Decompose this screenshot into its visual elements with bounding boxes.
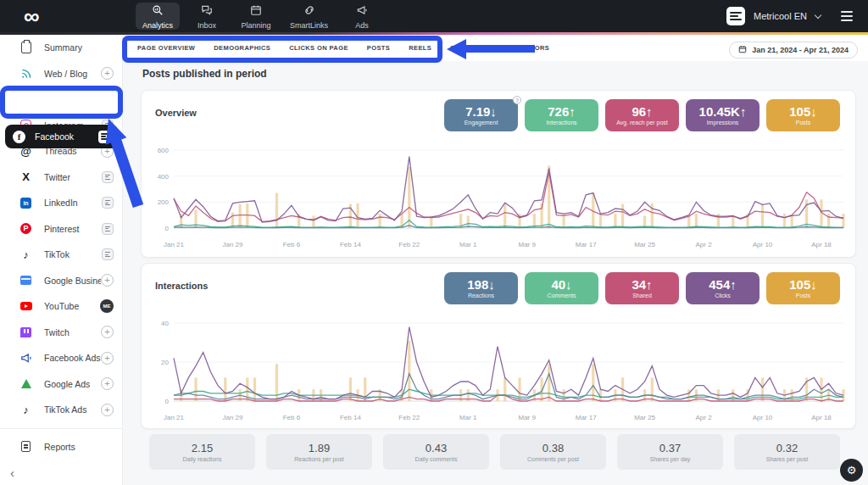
tab-demographics[interactable]: DEMOGRAPHICS xyxy=(214,44,270,52)
help-icon[interactable]: ? xyxy=(513,96,521,104)
chip-label: Comments xyxy=(548,293,576,298)
sidebar-item-tiktok-ads[interactable]: ♪ TikTok Ads + xyxy=(0,397,122,423)
tab-reels[interactable]: REELS xyxy=(409,44,431,52)
svg-text:40: 40 xyxy=(161,320,169,327)
nav-ads[interactable]: Ads xyxy=(340,0,384,32)
trend-up-icon: ↑ xyxy=(646,277,653,292)
sidebar-item-google-ads[interactable]: Google Ads + xyxy=(0,371,122,398)
nav-inbox-label: Inbox xyxy=(198,21,216,30)
reports-document-icon xyxy=(19,441,33,452)
stat-shares-per-post: 0.32 Shares per post xyxy=(734,434,840,470)
facebook-ads-megaphone-icon xyxy=(19,353,33,363)
chip-label: Posts xyxy=(796,120,811,125)
overview-card: Overview ? 7.19↓ Engagement 726↑ Interac… xyxy=(141,90,856,258)
tab-stories[interactable]: STORIES xyxy=(450,44,481,52)
sidebar-item-twitch[interactable]: Twitch + xyxy=(0,320,122,346)
sidebar-item-summary[interactable]: Summary xyxy=(0,35,122,61)
add-connection-icon[interactable]: + xyxy=(101,67,114,80)
stat-value: 2.15 xyxy=(192,442,213,454)
sidebar-item-pinterest[interactable]: P Pinterest xyxy=(0,216,122,242)
chip-label: Clicks xyxy=(715,293,731,298)
svg-text:Apr 2: Apr 2 xyxy=(696,241,713,248)
chip-shared[interactable]: 34↑ Shared xyxy=(605,272,679,304)
tab-clicks-on-page[interactable]: CLICKS ON PAGE xyxy=(289,44,348,52)
svg-text:600: 600 xyxy=(158,147,170,154)
sidebar-item-facebook[interactable]: f Facebook xyxy=(5,125,118,148)
sidebar-item-tiktok[interactable]: ♪ TikTok xyxy=(0,242,122,268)
brand-avatar[interactable] xyxy=(726,7,745,25)
chip-clicks[interactable]: 454↑ Clicks xyxy=(686,272,760,304)
trend-up-icon: ↑ xyxy=(730,277,737,292)
add-connection-icon[interactable]: + xyxy=(101,274,114,287)
add-connection-icon[interactable]: + xyxy=(101,352,114,365)
chip-interactions[interactable]: 726↑ Interactions xyxy=(525,99,598,131)
sidebar-collapse-icon[interactable]: ‹ xyxy=(10,465,14,480)
sidebar-label: LinkedIn xyxy=(44,198,102,208)
chevron-down-icon[interactable] xyxy=(815,11,821,18)
add-connection-icon[interactable]: + xyxy=(101,326,114,338)
chip-posts-2[interactable]: 105↓ Posts xyxy=(766,272,840,304)
settings-gear-button[interactable]: ⚙ xyxy=(840,459,863,482)
chip-label: Impressions xyxy=(707,120,739,125)
svg-text:Feb 22: Feb 22 xyxy=(398,414,420,421)
stat-comments-per-post: 0.38 Comments per post xyxy=(500,434,606,470)
chip-engagement[interactable]: ? 7.19↓ Engagement xyxy=(444,99,518,131)
chip-impressions[interactable]: 10.45K↑ Impressions xyxy=(686,99,760,131)
chip-value: 454↑ xyxy=(709,278,737,292)
brand-gradient-divider xyxy=(0,32,868,35)
twitch-icon xyxy=(19,327,33,337)
chip-avg-reach[interactable]: 96↑ Avg. reach per post xyxy=(605,99,679,131)
sidebar-item-google-business[interactable]: Google Business ... + xyxy=(0,268,122,294)
calendar-icon xyxy=(738,45,747,55)
stat-daily-reactions: 2.15 Daily reactions xyxy=(149,434,255,470)
connected-profile-badge xyxy=(102,248,114,260)
google-business-icon xyxy=(19,276,33,285)
connected-profile-badge xyxy=(102,223,114,235)
add-connection-icon[interactable]: + xyxy=(101,377,114,390)
date-range-picker[interactable]: Jan 21, 2024 - Apr 21, 2024 xyxy=(729,42,858,59)
sidebar-item-facebook-ads[interactable]: Facebook Ads + xyxy=(0,345,122,371)
smartlinks-link-icon xyxy=(303,4,315,20)
trend-down-icon: ↓ xyxy=(810,277,817,292)
nav-inbox[interactable]: Inbox xyxy=(185,0,229,32)
tab-page-overview[interactable]: PAGE OVERVIEW xyxy=(137,44,195,52)
add-connection-icon[interactable]: + xyxy=(101,404,114,416)
sidebar-item-web-blog[interactable]: Web / Blog + xyxy=(0,61,122,87)
sidebar-item-youtube[interactable]: YouTube ME xyxy=(0,293,122,320)
stat-value: 0.32 xyxy=(776,442,798,454)
overview-chart[interactable]: 0200400600Jan 21Jan 29Feb 6Feb 14Feb 22M… xyxy=(148,143,850,255)
nav-smartlinks[interactable]: SmartLinks xyxy=(283,0,335,32)
chip-value: 7.19↓ xyxy=(465,105,497,119)
sidebar-item-reports[interactable]: Reports xyxy=(0,434,122,460)
nav-planning[interactable]: Planning xyxy=(234,0,278,32)
svg-text:0: 0 xyxy=(165,398,170,405)
account-name[interactable]: Metricool EN xyxy=(754,11,807,21)
sidebar-item-linkedin[interactable]: in LinkedIn xyxy=(0,190,122,216)
overview-metric-chips: ? 7.19↓ Engagement 726↑ Interactions 96↑… xyxy=(444,99,840,131)
chip-posts[interactable]: 105↓ Posts xyxy=(766,99,840,131)
chip-value: 10.45K↑ xyxy=(699,105,747,119)
sidebar-label: Web / Blog xyxy=(44,69,101,79)
summary-stats-row: 2.15 Daily reactions 1.89 Reactions per … xyxy=(149,434,840,470)
svg-text:400: 400 xyxy=(158,173,170,181)
metricool-app: ∞ Analytics Inbox Planning xyxy=(0,0,868,485)
chip-reactions[interactable]: 198↓ Reactions xyxy=(444,272,518,304)
tab-competitors[interactable]: COMPETITORS xyxy=(499,44,549,52)
stat-label: Daily comments xyxy=(415,456,458,462)
chip-comments[interactable]: 40↓ Comments xyxy=(525,272,598,304)
svg-text:Mar 25: Mar 25 xyxy=(634,241,655,248)
stat-value: 0.38 xyxy=(542,442,564,454)
interactions-chart[interactable]: 02040Jan 21Jan 29Feb 6Feb 14Feb 22Mar 1M… xyxy=(148,316,850,428)
stat-label: Daily reactions xyxy=(183,456,222,462)
interactions-metric-chips: 198↓ Reactions 40↓ Comments 34↑ Shared 4… xyxy=(444,272,840,304)
metricool-logo-icon[interactable]: ∞ xyxy=(24,2,40,31)
chip-label: Reactions xyxy=(468,293,494,298)
menu-burger-icon[interactable] xyxy=(841,11,853,21)
trend-down-icon: ↓ xyxy=(810,104,817,119)
nav-analytics[interactable]: Analytics xyxy=(136,3,180,30)
google-ads-icon xyxy=(19,379,33,388)
interactions-card: Interactions 198↓ Reactions 40↓ Comments… xyxy=(141,263,856,429)
svg-text:Mar 17: Mar 17 xyxy=(576,241,597,248)
tab-posts[interactable]: POSTS xyxy=(367,44,390,52)
sidebar-item-twitter[interactable]: X Twitter xyxy=(0,164,122,191)
